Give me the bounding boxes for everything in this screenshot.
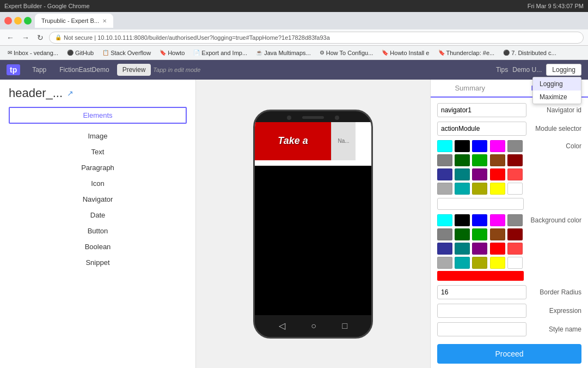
tips-link[interactable]: Tips — [496, 66, 508, 74]
window-maximize-button[interactable] — [24, 17, 32, 25]
bg-color-swatch[interactable] — [472, 228, 487, 240]
element-paragraph[interactable]: Paragraph — [0, 160, 195, 176]
color-swatch[interactable] — [455, 183, 470, 195]
color-swatch[interactable] — [455, 168, 470, 180]
tab-close-button[interactable]: ✕ — [102, 18, 107, 24]
color-swatch[interactable] — [472, 183, 487, 195]
color-custom-input[interactable] — [437, 198, 524, 210]
phone-back-button[interactable]: ◁ — [279, 321, 285, 331]
color-swatch[interactable] — [437, 154, 452, 166]
color-swatch[interactable] — [507, 154, 523, 166]
bookmark-howto[interactable]: 🔖 Howto — [156, 49, 188, 57]
window-minimize-button[interactable] — [14, 17, 22, 25]
tab-preview[interactable]: Preview — [117, 64, 151, 76]
bg-color-swatch[interactable] — [437, 257, 452, 269]
tab-fiction[interactable]: FictionEastDemo — [54, 64, 114, 76]
panel-header-title: header_... — [9, 86, 63, 100]
expression-input[interactable] — [437, 304, 526, 318]
bookmark-distributed[interactable]: ⚫ 7. Distributed c... — [500, 49, 560, 57]
color-swatch[interactable] — [490, 183, 505, 195]
bg-color-swatch[interactable] — [472, 214, 487, 226]
color-swatch[interactable] — [490, 154, 505, 166]
element-boolean[interactable]: Boolean — [0, 239, 195, 255]
url-box[interactable]: 🔒 Not secure | 10.10.10.111:8080/builder… — [49, 32, 584, 44]
color-grid-wrapper — [437, 140, 524, 210]
color-swatch[interactable] — [472, 140, 487, 152]
chrome-tab[interactable]: Trupublic - Expert B... ✕ — [35, 14, 113, 28]
back-button[interactable]: ← — [4, 32, 16, 43]
bg-color-swatch[interactable] — [455, 257, 470, 269]
navigator-id-input[interactable] — [437, 103, 526, 117]
color-swatch[interactable] — [455, 140, 470, 152]
bookmark-stackoverflow[interactable]: 📋 Stack Overflow — [99, 49, 154, 57]
demo-link[interactable]: Demo U... — [512, 66, 542, 74]
phone-nav-button[interactable]: Na... — [331, 122, 356, 160]
logging-button[interactable]: Logging — [546, 64, 581, 76]
bg-color-swatch[interactable] — [437, 228, 452, 240]
bookmark-java[interactable]: ☕ Java Multimaps... — [253, 49, 314, 57]
element-text[interactable]: Text — [0, 144, 195, 160]
elements-header[interactable]: Elements — [9, 107, 187, 124]
bg-color-swatch[interactable] — [437, 214, 452, 226]
bg-color-selected[interactable] — [437, 271, 524, 281]
color-swatch[interactable] — [455, 154, 470, 166]
color-swatch[interactable] — [507, 140, 523, 152]
github-icon: ⚫ — [67, 50, 74, 56]
phone-home-button[interactable]: ○ — [311, 321, 316, 331]
module-selector-input[interactable] — [437, 122, 526, 136]
navigator-id-row: Navigator id — [437, 103, 581, 117]
bg-color-swatch[interactable] — [490, 214, 505, 226]
bg-color-swatch[interactable] — [507, 228, 523, 240]
tab-summary[interactable]: Summary — [431, 80, 510, 96]
element-button[interactable]: Button — [0, 223, 195, 239]
color-swatch[interactable] — [437, 140, 452, 152]
phone-screen-content: Take a Na... — [255, 122, 371, 166]
logging-menu-item-logging[interactable]: Logging — [533, 77, 581, 91]
element-date[interactable]: Date — [0, 207, 195, 223]
logging-menu-item-maximize[interactable]: Maximize — [533, 91, 581, 104]
bg-color-swatch[interactable] — [472, 257, 487, 269]
color-swatch[interactable] — [490, 140, 505, 152]
color-swatch[interactable] — [507, 168, 523, 180]
color-swatch[interactable] — [472, 168, 487, 180]
color-swatch[interactable] — [472, 154, 487, 166]
bg-color-swatch[interactable] — [455, 228, 470, 240]
bookmark-howto-config[interactable]: ⚙ How To Configu... — [316, 49, 377, 57]
bg-color-swatch[interactable] — [437, 243, 452, 255]
element-icon[interactable]: Icon — [0, 176, 195, 191]
window-close-button[interactable] — [4, 17, 12, 25]
bookmark-thunderclap[interactable]: 🔖 Thunderclap: #e... — [435, 49, 498, 57]
bg-color-swatch[interactable] — [490, 257, 505, 269]
bg-color-swatch[interactable] — [507, 257, 523, 269]
bg-color-swatch[interactable] — [507, 214, 523, 226]
border-radius-input[interactable] — [437, 285, 526, 299]
style-name-input[interactable] — [437, 322, 526, 336]
bookmark-inbox[interactable]: ✉ Inbox - vedang... — [4, 49, 62, 57]
color-swatch[interactable] — [437, 168, 452, 180]
bookmark-github[interactable]: ⚫ GitHub — [64, 49, 97, 57]
proceed-button[interactable]: Proceed — [437, 344, 581, 364]
phone-recent-button[interactable]: □ — [342, 321, 348, 331]
color-swatch[interactable] — [437, 183, 452, 195]
bookmark-export[interactable]: 📄 Export and Imp... — [190, 49, 250, 57]
element-navigator[interactable]: Navigator — [0, 191, 195, 207]
tab-tapp[interactable]: Tapp — [27, 64, 52, 76]
forward-button[interactable]: → — [20, 32, 32, 43]
color-swatch[interactable] — [490, 168, 505, 180]
bg-color-swatch[interactable] — [472, 243, 487, 255]
bg-color-section: Background color — [437, 214, 581, 281]
color-swatch[interactable] — [507, 183, 523, 195]
element-image[interactable]: Image — [0, 128, 195, 144]
element-snippet[interactable]: Snippet — [0, 255, 195, 270]
app-header: tp Tapp FictionEastDemo Preview Tapp in … — [0, 60, 588, 80]
bg-color-swatch[interactable] — [455, 243, 470, 255]
os-bar-right: Fri Mar 9 5:43:07 PM — [528, 3, 584, 9]
reload-button[interactable]: ↻ — [35, 32, 46, 43]
bg-color-swatch[interactable] — [490, 243, 505, 255]
bg-color-swatch[interactable] — [455, 214, 470, 226]
bg-color-swatch[interactable] — [490, 228, 505, 240]
bookmark-howto-install[interactable]: 🔖 Howto Install e — [378, 49, 432, 57]
color-label: Color — [527, 140, 581, 150]
external-link-icon[interactable]: ↗ — [67, 89, 74, 98]
bg-color-swatch[interactable] — [507, 243, 523, 255]
